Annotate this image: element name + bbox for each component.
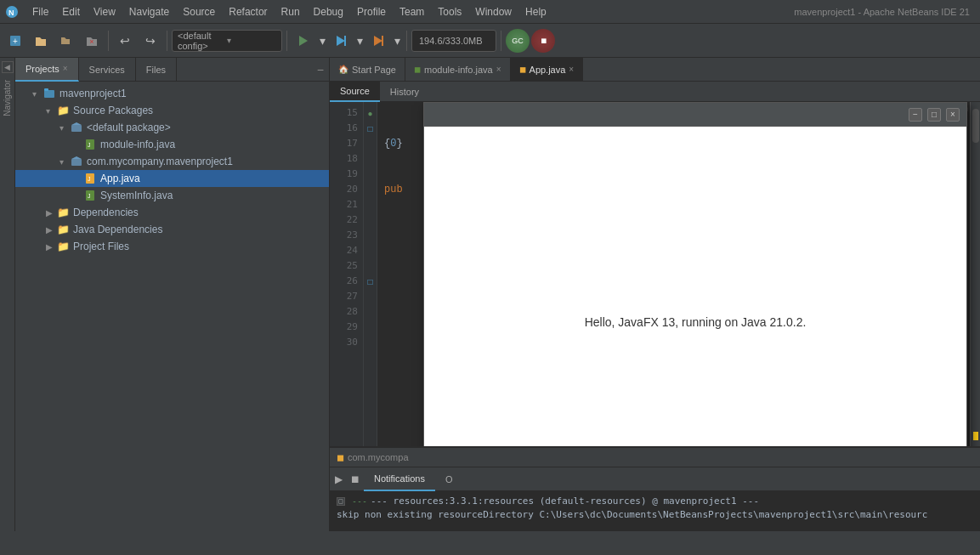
menu-debug[interactable]: Debug <box>307 4 350 20</box>
source-history-tabs: Source History <box>330 82 980 102</box>
tab-output[interactable]: O <box>435 467 463 491</box>
output-run-button[interactable]: ▶ <box>330 471 347 488</box>
menu-refactor[interactable]: Refactor <box>222 4 274 20</box>
profile-dropdown-button[interactable]: ▾ <box>392 29 402 53</box>
tree-java-dependencies[interactable]: ▶ 📁 Java Dependencies <box>15 221 329 238</box>
tree-system-info[interactable]: ▶ J SystemInfo.java <box>15 187 329 204</box>
tree-project-files[interactable]: ▶ 📁 Project Files <box>15 238 329 255</box>
menu-edit[interactable]: Edit <box>55 4 87 20</box>
tree-root[interactable]: ▾ mavenproject1 <box>15 85 329 102</box>
minimize-floating-button[interactable]: − <box>909 108 922 122</box>
deps-folder-icon: 📁 <box>56 206 70 219</box>
tree-com-package[interactable]: ▾ com.mycompany.mavenproject1 <box>15 153 329 170</box>
panel-tabs: Projects × Services Files − <box>15 58 329 82</box>
run-project-button[interactable] <box>292 29 315 53</box>
profile-button[interactable] <box>366 29 390 53</box>
svg-rect-11 <box>44 88 48 91</box>
gutter-item-23 <box>364 228 377 243</box>
tree-app-java[interactable]: ▶ J App.java <box>15 170 329 187</box>
debug-dropdown-button[interactable]: ▾ <box>354 29 365 53</box>
config-dropdown[interactable]: <default config> ▾ <box>172 30 282 52</box>
gutter-item-26: □ <box>364 274 377 289</box>
tab-module-info[interactable]: ◼ module-info.java × <box>405 58 511 82</box>
line-numbers: 15 16 17 18 19 20 21 22 23 24 25 26 27 2… <box>330 102 364 446</box>
tab-files[interactable]: Files <box>136 58 177 82</box>
source-tab[interactable]: Source <box>330 82 380 102</box>
maximize-floating-button[interactable]: □ <box>927 108 941 122</box>
line-num-25: 25 <box>330 258 363 274</box>
undo-button[interactable]: ↩ <box>113 29 137 53</box>
line-num-16: 16 <box>330 121 363 136</box>
gutter-item-22 <box>364 212 377 228</box>
close-project-button[interactable]: × <box>80 29 104 53</box>
menu-navigate[interactable]: Navigate <box>122 4 176 20</box>
line-num-18: 18 <box>330 151 363 167</box>
file-package-icon: ◼ <box>337 452 344 463</box>
redo-button[interactable]: ↪ <box>139 29 162 53</box>
menu-file[interactable]: File <box>25 4 55 20</box>
open-recent-button[interactable] <box>54 29 78 53</box>
tab-start-page[interactable]: 🏠 Start Page <box>330 58 405 82</box>
scrollbar-thumb[interactable] <box>972 109 979 143</box>
line-num-15: 15 <box>330 105 363 121</box>
tree-source-packages[interactable]: ▾ 📁 Source Packages <box>15 102 329 119</box>
line-num-27: 27 <box>330 289 363 304</box>
start-page-icon: 🏠 <box>338 65 348 74</box>
svg-marker-13 <box>71 122 82 125</box>
menu-profile[interactable]: Profile <box>350 4 393 20</box>
gc-button[interactable]: GC <box>506 29 530 53</box>
menu-source[interactable]: Source <box>176 4 222 20</box>
editor-tab-bar: 🏠 Start Page ◼ module-info.java × ◼ App.… <box>330 58 980 82</box>
window-title: mavenproject1 - Apache NetBeans IDE 21 <box>787 7 977 17</box>
run-dropdown-button[interactable]: ▾ <box>317 29 327 53</box>
config-label: <default config> <box>178 31 227 51</box>
editor-scrollbar[interactable] <box>970 102 980 446</box>
open-project-button[interactable] <box>29 29 53 53</box>
menu-view[interactable]: View <box>87 4 122 20</box>
svg-text:J: J <box>88 176 91 182</box>
stop-button[interactable]: ⏹ <box>531 29 555 53</box>
tab-notifications[interactable]: Notifications <box>364 467 435 491</box>
gutter-item-15: ● <box>364 105 377 121</box>
menu-tools[interactable]: Tools <box>431 4 468 20</box>
menu-team[interactable]: Team <box>393 4 431 20</box>
output-stop-button[interactable]: ⏹ <box>347 471 364 488</box>
close-module-tab-button[interactable]: × <box>496 65 501 74</box>
chevron-down-icon: ▾ <box>227 36 276 45</box>
output-arrow-icon: --- <box>352 495 367 508</box>
minimize-panel-button[interactable]: − <box>312 61 329 78</box>
tab-services[interactable]: Services <box>79 58 136 82</box>
com-package-label: com.mycompany.mavenproject1 <box>87 156 233 167</box>
menu-run[interactable]: Run <box>275 4 307 20</box>
menu-window[interactable]: Window <box>468 4 518 20</box>
start-page-tab-label: Start Page <box>352 65 396 75</box>
tab-projects[interactable]: Projects × <box>15 58 79 82</box>
navigator-toggle[interactable]: ◀ <box>2 61 14 73</box>
close-floating-button[interactable]: × <box>946 108 960 122</box>
tab-app-java[interactable]: ◼ App.java × <box>511 58 584 82</box>
project-icon <box>42 87 56 100</box>
expand-com-package-icon: ▾ <box>59 157 70 167</box>
bottom-panel: ◼ com.mycompa ▶ ⏹ Notifications O □ --- … <box>330 446 980 531</box>
expand-source-packages-icon: ▾ <box>46 106 56 116</box>
new-project-button[interactable]: + <box>3 29 27 53</box>
close-projects-tab[interactable]: × <box>63 64 68 73</box>
line-num-24: 24 <box>330 243 363 258</box>
svg-marker-6 <box>337 36 345 46</box>
svg-text:J: J <box>88 142 91 148</box>
folder-icon: 📁 <box>56 104 70 117</box>
tree-module-info[interactable]: ▶ J module-info.java <box>15 136 329 153</box>
navigator-strip: ◀ Navigator <box>0 58 15 531</box>
tree-default-package[interactable]: ▾ <default package> <box>15 119 329 136</box>
menu-help[interactable]: Help <box>518 4 553 20</box>
close-app-tab-button[interactable]: × <box>569 65 574 74</box>
toolbar: + × ↩ ↪ <default config> ▾ ▾ ▾ ▾ 194.6/3… <box>0 24 980 58</box>
expand-deps-icon: ▶ <box>46 208 56 218</box>
memory-indicator[interactable]: 194.6/333.0MB <box>411 30 496 52</box>
toolbar-separator-2 <box>167 31 167 51</box>
debug-project-button[interactable] <box>329 29 353 53</box>
tree-dependencies[interactable]: ▶ 📁 Dependencies <box>15 204 329 221</box>
history-tab[interactable]: History <box>380 82 429 102</box>
floating-window-titlebar: − □ × <box>424 103 966 127</box>
gutter: ● □ □ <box>364 102 377 446</box>
